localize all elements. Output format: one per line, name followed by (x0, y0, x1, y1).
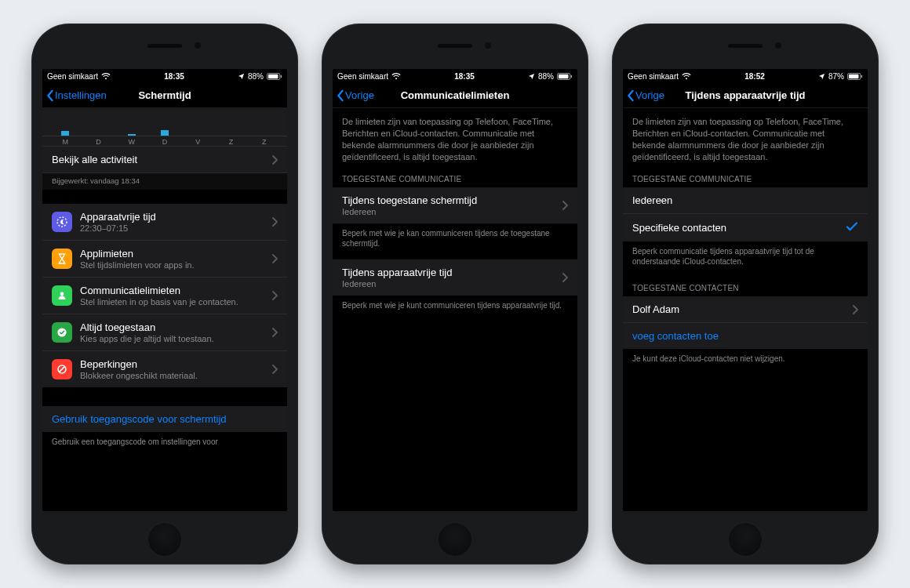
home-button[interactable] (438, 522, 472, 557)
chevron-right-icon (562, 273, 568, 282)
chevron-right-icon (272, 291, 278, 300)
passcode-footer: Gebruik een toegangscode om instellingen… (42, 432, 287, 452)
home-button[interactable] (728, 522, 763, 557)
nav-title: Tijdens apparaatvrije tijd (686, 89, 806, 101)
chevron-right-icon (853, 305, 858, 314)
chevron-right-icon (562, 201, 568, 210)
option-footer: Beperk communicatie tijdens apparaatvrij… (623, 241, 868, 271)
phone-2: Geen simkaart 18:35 88% (322, 24, 588, 564)
add-contacts-row[interactable]: voeg contacten toe (623, 322, 868, 349)
row-label: Communicatielimieten (80, 285, 272, 296)
option-everyone-row[interactable]: Iedereen (623, 187, 868, 213)
screen-1: Geen simkaart 18:35 88% (42, 69, 287, 511)
app-limits-row[interactable]: Applimieten Stel tijdslimieten voor apps… (42, 240, 287, 277)
front-camera (195, 42, 201, 49)
row-label: Tijdens toegestane schermtijd (342, 194, 562, 206)
battery-percent: 87% (828, 72, 844, 81)
moon-icon (52, 212, 72, 232)
front-camera (775, 42, 781, 49)
status-bar: Geen simkaart 18:52 87% (623, 69, 868, 83)
during-allowed-screentime-row[interactable]: Tijdens toegestane schermtijd Iedereen (333, 187, 577, 223)
screen-3: Geen simkaart 18:52 87% (623, 69, 868, 511)
battery-percent: 88% (248, 72, 264, 81)
back-label: Vorige (345, 89, 374, 101)
location-icon (238, 73, 245, 80)
row-label: Beperkingen (80, 358, 272, 370)
row-label: Tijdens apparaatvrije tijd (342, 267, 562, 278)
chevron-right-icon (272, 365, 278, 374)
location-icon (528, 73, 535, 80)
row-label: Altijd toegestaan (80, 321, 272, 333)
back-button[interactable]: Vorige (336, 89, 374, 102)
row-footer: Beperk met wie je kan communiceren tijde… (333, 223, 577, 253)
section-header-allowed-communication: TOEGESTANE COMMUNICATIE (623, 162, 868, 187)
back-button[interactable]: Vorige (626, 89, 664, 102)
back-button[interactable]: Instellingen (46, 89, 107, 102)
carrier-label: Geen simkaart (337, 72, 388, 81)
svg-rect-2 (281, 74, 282, 78)
row-label: Iedereen (632, 194, 858, 206)
clock: 18:35 (454, 72, 475, 81)
communication-limits-row[interactable]: Communicatielimieten Stel limieten in op… (42, 277, 287, 314)
intro-text: De limieten zijn van toepassing op Telef… (623, 108, 868, 162)
row-sublabel: Kies apps die je altijd wilt toestaan. (80, 334, 272, 343)
carrier-label: Geen simkaart (47, 72, 98, 81)
use-passcode-row[interactable]: Gebruik toegangscode voor schermtijd (42, 406, 287, 432)
svg-rect-1 (268, 74, 278, 78)
hourglass-icon (52, 249, 72, 269)
svg-rect-13 (861, 74, 862, 78)
row-label: Specifieke contacten (632, 222, 846, 234)
location-icon (818, 73, 825, 80)
row-sublabel: Iedereen (342, 279, 562, 289)
option-specific-contacts-row[interactable]: Specifieke contacten (623, 213, 868, 241)
downtime-row[interactable]: Apparaatvrije tijd 22:30–07:15 (42, 204, 287, 240)
chevron-right-icon (272, 155, 278, 165)
battery-icon (557, 73, 573, 80)
nav-bar: Vorige Communicatielimieten (333, 83, 577, 108)
wifi-icon (101, 73, 111, 80)
svg-rect-12 (849, 74, 859, 78)
clock: 18:35 (164, 72, 184, 81)
svg-rect-9 (559, 74, 569, 78)
usage-chart[interactable]: M D W D V Z Z (42, 108, 287, 146)
battery-percent: 88% (538, 72, 554, 81)
row-sublabel: Stel limieten in op basis van je contact… (80, 297, 272, 307)
contact-row[interactable]: Dolf Adam (623, 296, 868, 322)
contacts-footer: Je kunt deze iCloud-contacten niet wijzi… (623, 349, 868, 368)
person-icon (52, 285, 72, 306)
wifi-icon (391, 73, 401, 80)
restrictions-row[interactable]: Beperkingen Blokkeer ongeschikt materiaa… (42, 350, 287, 387)
chevron-left-icon (626, 89, 635, 102)
row-label: Apparaatvrije tijd (80, 211, 272, 223)
phone-3: Geen simkaart 18:52 87% (612, 24, 879, 564)
view-all-activity-row[interactable]: Bekijk alle activiteit (42, 146, 287, 172)
chevron-left-icon (336, 89, 344, 102)
section-header-allowed-contacts: TOEGESTANE CONTACTEN (623, 271, 868, 296)
back-label: Vorige (635, 89, 664, 101)
block-icon (52, 359, 72, 379)
row-label: voeg contacten toe (632, 330, 858, 342)
during-downtime-row[interactable]: Tijdens apparaatvrije tijd Iedereen (333, 260, 577, 296)
svg-point-4 (60, 292, 64, 296)
always-allowed-row[interactable]: Altijd toegestaan Kies apps die je altij… (42, 314, 287, 350)
row-footer: Beperk met wie je kunt communiceren tijd… (333, 296, 577, 315)
nav-title: Communicatielimieten (401, 89, 510, 101)
row-sublabel: 22:30–07:15 (80, 223, 272, 233)
intro-text: De limieten zijn van toepassing op Telef… (333, 108, 577, 162)
chevron-right-icon (272, 254, 278, 263)
nav-bar: Vorige Tijdens apparaatvrije tijd (623, 83, 868, 108)
battery-icon (267, 73, 282, 80)
chevron-left-icon (46, 89, 54, 102)
row-sublabel: Stel tijdslimieten voor apps in. (80, 260, 272, 270)
status-bar: Geen simkaart 18:35 88% (42, 69, 287, 83)
front-camera (485, 42, 491, 49)
chevron-right-icon (272, 217, 278, 227)
nav-title: Schermtijd (138, 89, 191, 101)
chevron-right-icon (272, 328, 278, 337)
home-button[interactable] (147, 522, 182, 557)
contact-name: Dolf Adam (632, 303, 853, 315)
clock: 18:52 (744, 72, 765, 81)
last-updated-label: Bijgewerkt: vandaag 18:34 (42, 172, 287, 190)
row-sublabel: Blokkeer ongeschikt materiaal. (80, 371, 272, 380)
checkmark-icon (846, 221, 858, 234)
